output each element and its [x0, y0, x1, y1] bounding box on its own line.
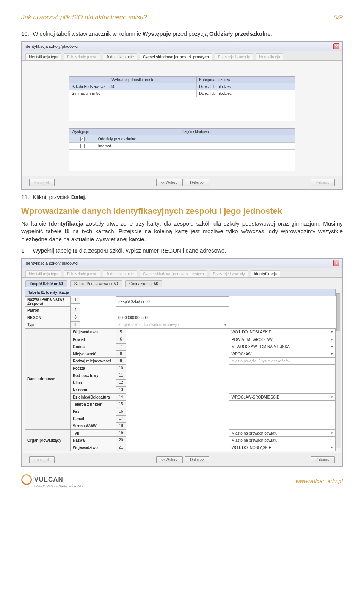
start-button: Początek [29, 456, 55, 463]
field-label: Dzielnica/Delegatura [71, 394, 116, 401]
next-button[interactable]: Dalej >> [185, 179, 209, 186]
table-row[interactable]: Rodzaj miejscowości9miasto powyżej 5 tys… [25, 358, 336, 365]
field-label: Rodzaj miejscowości [71, 358, 116, 365]
tab-czesci-skladowe[interactable]: Części składowe jednostek prostych [140, 53, 212, 60]
field-label: Województwo [71, 444, 116, 451]
table-row[interactable]: Miejscowość8WROCŁAW [25, 350, 336, 358]
row-number: 19 [116, 430, 126, 437]
group-label: Dane adresowe [25, 328, 71, 430]
field-value[interactable]: miasto powyżej 5 tys.mieszkańców [229, 358, 336, 365]
table-row[interactable]: Gmina7M. WROCŁAW - GMINA MIEJSKA [25, 343, 336, 350]
dialog-title: Identyfikacja szkoły/placówki [25, 261, 78, 265]
table-row[interactable]: Nazwa20Miasto na prawach powiatu [25, 437, 336, 444]
step-10: 10. W dolnej tabeli wstaw znacznik w kol… [21, 30, 343, 38]
row-number: 15 [116, 401, 126, 408]
tab-przekroje: Przekroje i zawody [210, 270, 248, 277]
field-value[interactable]: Zespół Szkół nr 50 [116, 297, 229, 307]
footer-url: www.vulcan.edu.pl [296, 478, 343, 484]
subtab-gimnazjum[interactable]: Gimnazjum nr 50 [125, 280, 162, 287]
field-value[interactable] [229, 386, 336, 394]
table-row[interactable]: Strona WWW18 [25, 422, 336, 430]
field-value[interactable] [116, 307, 229, 314]
field-label: Telefon z nr kier. [71, 401, 116, 408]
field-value[interactable] [229, 408, 336, 415]
row-number: 4 [71, 321, 80, 328]
row-number: 7 [116, 343, 126, 350]
field-label: Miejscowość [71, 350, 116, 358]
tab-identyfikacja[interactable]: Identyfikacja [251, 270, 281, 277]
table-row[interactable]: Organ prowadzącyTyp19Miasto na prawach p… [25, 430, 336, 437]
dialog-identyfikacja-1: Identyfikacja szkoły/placówki ✕ Identyfi… [21, 41, 343, 190]
field-value[interactable]: WOJ. DOLNOŚLĄSKIE [229, 444, 336, 451]
row-number: 11 [116, 372, 126, 379]
field-value[interactable] [229, 422, 336, 430]
tab-bar: Identyfikacja typu Filie szkoły podst. J… [22, 268, 342, 278]
row-number: 13 [116, 386, 126, 394]
table-row[interactable]: Nr domu13 [25, 386, 336, 394]
close-icon[interactable]: ✕ [333, 43, 339, 49]
table-row[interactable]: Kod pocztowy11- [25, 372, 336, 379]
group-label: Organ prowadzący [25, 430, 71, 451]
field-value[interactable]: POWIAT M. WROCŁAW [229, 336, 336, 343]
field-label: Gmina [71, 343, 116, 350]
field-value[interactable] [229, 365, 336, 372]
back-button[interactable]: <<Wstecz [156, 456, 183, 463]
subtab-szkola-podst[interactable]: Szkoła Podstawowa nr 50 [70, 280, 122, 287]
table-row[interactable]: ✓ Oddziały przedszkolne [69, 135, 295, 143]
field-label: Typ [71, 430, 116, 437]
table-row[interactable]: Poczta10 [25, 365, 336, 372]
table-row[interactable]: Telefon z nr kier.15 [25, 401, 336, 408]
field-value[interactable]: WROCŁAW [229, 350, 336, 358]
dialog-identyfikacja-2: Identyfikacja szkoły/placówki ✕ Identyfi… [21, 258, 343, 467]
start-button: Początek [29, 179, 55, 186]
checkbox-icon[interactable] [80, 144, 85, 148]
next-button[interactable]: Dalej >> [185, 456, 209, 463]
field-value[interactable]: Miasto na prawach powiatu [229, 430, 336, 437]
scrollbar[interactable] [336, 293, 341, 448]
table-row[interactable]: E-mail17 [25, 415, 336, 422]
dialog-title: Identyfikacja szkoły/placówki [25, 44, 78, 49]
tab-filie: Filie szkoły podst. [64, 270, 100, 277]
row-number: 6 [116, 336, 126, 343]
tab-identyfikacja-typu[interactable]: Identyfikacja typu [25, 53, 61, 60]
table-row[interactable]: Nazwa (Pełna Nazwa Zespołu)1Zespół Szkół… [25, 297, 336, 307]
step-1: 1. Wypełnij tabelę I1 dla zespołu szkół.… [21, 247, 343, 254]
subtab-zespol[interactable]: Zespół Szkół nr 50 [25, 280, 67, 287]
table-row[interactable]: Dane adresoweWojewództwo5WOJ. DOLNOŚLĄSK… [25, 328, 336, 336]
field-value[interactable] [229, 379, 336, 386]
field-label: Fax [71, 408, 116, 415]
table-row[interactable]: Ulica12 [25, 379, 336, 386]
field-value[interactable] [229, 401, 336, 408]
end-button[interactable]: Zakończ [311, 456, 335, 463]
field-value[interactable]: 00000000000500 [116, 314, 229, 321]
tab-jednostki-proste[interactable]: Jednostki proste [103, 53, 137, 60]
field-value[interactable]: WROCŁAW-ŚRÓDMIEŚCIE [229, 394, 336, 401]
table-row[interactable]: Szkoła Podstawowa nr 50 Dzieci lub młodz… [69, 83, 295, 90]
table-row[interactable]: REGON300000000000500 [25, 314, 336, 321]
field-value[interactable] [229, 415, 336, 422]
table-row[interactable]: Powiat6POWIAT M. WROCŁAW [25, 336, 336, 343]
field-value[interactable]: Miasto na prawach powiatu [229, 437, 336, 444]
field-label: Kod pocztowy [71, 372, 116, 379]
table-row[interactable]: Województwo21WOJ. DOLNOŚLĄSKIE [25, 444, 336, 451]
table-row[interactable]: Gimnazjum nr 50 Dzieci lub młodzież [69, 90, 295, 97]
field-label: Strona WWW [71, 422, 116, 430]
end-button: Zakończ [311, 179, 335, 186]
table-row[interactable]: Typ4Zespół szkół i placówek oświatowych [25, 321, 336, 329]
tab-czesci-skladowe: Części składowe jednostek prostych [140, 270, 207, 277]
table-row[interactable]: Dzielnica/Delegatura14WROCŁAW-ŚRÓDMIEŚCI… [25, 394, 336, 401]
row-number: 18 [116, 422, 126, 430]
row-number: 17 [116, 415, 126, 422]
checkbox-icon[interactable]: ✓ [80, 137, 85, 141]
table-row[interactable]: Fax16 [25, 408, 336, 415]
field-value[interactable]: Zespół szkół i placówek oświatowych [116, 321, 229, 329]
table-row[interactable]: Patron2 [25, 307, 336, 314]
tab-przekroje: Przekroje i zawody [215, 53, 253, 60]
field-value[interactable]: - [229, 372, 336, 379]
field-value[interactable]: M. WROCŁAW - GMINA MIEJSKA [229, 343, 336, 350]
back-button[interactable]: <<Wstecz [156, 179, 183, 186]
row-number: 12 [116, 379, 126, 386]
close-icon[interactable]: ✕ [333, 260, 339, 266]
table-row[interactable]: Internat [69, 143, 295, 150]
field-value[interactable]: WOJ. DOLNOŚLĄSKIE [229, 328, 336, 336]
